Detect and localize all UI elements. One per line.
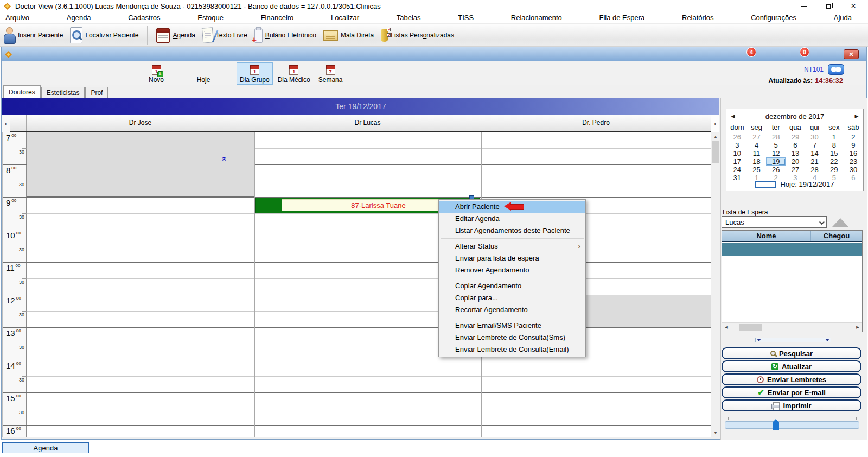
context-menu-item-enviar-para-lista-de-espera[interactable]: Enviar para lista de espera [439,252,585,264]
terminal-contacts-icon[interactable] [828,64,844,75]
calendar-day[interactable]: 20 [786,157,805,166]
context-menu-item-recortar-agendamento[interactable]: Recortar Agendamento [439,304,585,316]
calendar-day[interactable]: 16 [844,149,863,157]
menu-item-arquivo[interactable]: Arquivo [5,14,29,22]
view-button-hoje[interactable]: Hoje [189,62,218,85]
toolbar-button-medicine[interactable]: +Bulário Eletrônico [253,24,317,46]
scroll-up-icon[interactable]: ▲ [711,132,720,141]
calendar-day[interactable]: 9 [844,141,863,149]
context-menu-item-alterar-status[interactable]: Alterar Status› [439,240,585,252]
calendar-day[interactable]: 24 [727,166,747,174]
restore-button[interactable] [816,0,841,12]
calendar-day[interactable]: 10 [727,149,747,157]
tab-esteticistas[interactable]: Esteticistas [41,87,85,98]
menu-item-cadastros[interactable]: Cadastros [128,14,160,22]
calendar-day[interactable]: 5 [766,141,786,149]
menu-item-fila-de-espera[interactable]: Fila de Espera [599,14,644,22]
view-button-novo[interactable]: 1+Novo [142,62,170,85]
button-pesquisar[interactable]: Pesquisar [722,347,861,359]
toolbar-button-custom-lists[interactable]: ✓✓Listas Personalizadas [380,24,455,46]
calendar-day[interactable]: 27 [786,166,805,174]
calendar-day[interactable]: 4 [747,141,767,149]
calendar-day[interactable]: 15 [824,149,844,157]
calendar-day[interactable]: 7 [805,141,825,149]
panel-splitter[interactable] [755,338,831,342]
context-menu-item-listar-agendamentos-deste-paciente[interactable]: Listar Agendamentos deste Paciente [439,225,585,237]
toolbar-button-insert-patient[interactable]: Inserir Paciente [2,24,64,46]
calendar-day[interactable]: 12 [766,149,786,157]
column-header-nome[interactable]: Nome [722,231,811,241]
context-menu-item-remover-agendamento[interactable]: Remover Agendamento [439,264,585,276]
calendar-day[interactable]: 8 [824,141,844,149]
calendar-day[interactable]: 25 [747,166,767,174]
tab-doutores[interactable]: Doutores [3,85,41,98]
button-imprimir[interactable]: Imprimir [722,399,861,411]
calendar-day[interactable]: 26 [727,133,747,141]
column-header-chegou[interactable]: Chegou [811,231,862,241]
calendar-day[interactable]: 21 [805,157,825,166]
minimize-button[interactable] [791,0,816,12]
hscrollbar-thumb[interactable] [739,324,762,331]
toolbar-button-find-patient[interactable]: Localizar Paciente [69,24,139,46]
context-menu-item-copiar-para-[interactable]: Copiar para... [439,292,585,304]
scroll-right-icon[interactable]: ▶ [853,325,862,329]
agenda-close-button[interactable]: ✕ [844,49,859,59]
button-atualizar[interactable]: ↻Atualizar [722,360,861,372]
context-menu-item-copiar-agendamento[interactable]: Copiar Agendamento [439,280,585,292]
calendar-day[interactable]: 2 [844,133,863,141]
scrollbar-thumb[interactable] [712,141,719,163]
menu-item-financeiro[interactable]: Financeiro [261,14,294,22]
calendar-day[interactable]: 17 [727,157,747,166]
menu-item-estoque[interactable]: Estoque [197,14,224,22]
scroll-columns-left-button[interactable]: ‹ [2,115,10,132]
calendar-day[interactable]: 18 [747,157,767,166]
calendar-day[interactable]: 28 [805,166,825,174]
agenda-dock-tab[interactable]: Agenda [2,442,89,453]
calendar-day[interactable]: 26 [766,166,786,174]
calendar-day[interactable]: 29 [824,166,844,174]
calendar-day[interactable]: 14 [805,149,825,157]
calendar-day[interactable]: 23 [844,157,863,166]
column-header-dr-lucas[interactable]: Dr Lucas [254,115,481,131]
menu-item-tabelas[interactable]: Tabelas [397,14,421,22]
button-enviar-por-e-mail[interactable]: ✔Enviar por E-mail [722,386,861,398]
collapse-panel-button[interactable] [832,218,848,227]
calendar-day[interactable]: 6 [786,141,805,149]
previous-month-icon[interactable]: ◀ [726,113,739,119]
context-menu-item-enviar-email-sms-paciente[interactable]: Enviar Email/SMS Paciente [439,320,585,332]
toolbar-button-mailing[interactable]: Mala Direta [322,24,375,46]
calendar-day[interactable]: 27 [747,133,767,141]
vertical-scrollbar[interactable]: ▲ ▼ [711,132,719,437]
calendar-day[interactable]: 22 [824,157,844,166]
zoom-slider-track[interactable] [725,421,859,429]
next-month-icon[interactable]: ▶ [850,113,863,119]
menu-item-agenda[interactable]: Agenda [67,14,91,22]
calendar-day-selected[interactable]: 19 [766,157,786,166]
context-menu-item-abrir-paciente[interactable]: Abrir Paciente [439,201,585,213]
column-header-dr-jose[interactable]: Dr Jose [26,115,254,131]
calendar-day[interactable]: 29 [786,133,805,141]
column-header-dr-pedro[interactable]: Dr. Pedro [481,115,711,131]
toolbar-button-free-text[interactable]: Texto Livre [201,24,248,46]
menu-item-ajuda[interactable]: Ajuda [834,14,852,22]
toolbar-button-agenda[interactable]: Agenda [155,24,196,46]
calendar-day[interactable]: 11 [747,149,767,157]
close-button[interactable]: ✕ [841,0,866,12]
selected-empty-row[interactable] [722,243,862,256]
context-menu-item-editar-agenda[interactable]: Editar Agenda [439,213,585,225]
scroll-columns-right-button[interactable]: › [711,115,719,132]
calendar-day[interactable]: 30 [805,133,825,141]
context-menu-item-enviar-lembrete-de-consulta-sms-[interactable]: Enviar Lembrete de Consulta(Sms) [439,332,585,344]
scroll-left-icon[interactable]: ◀ [722,325,731,329]
menu-item-configura-es[interactable]: Configurações [751,14,796,22]
menu-item-tiss[interactable]: TISS [458,14,474,22]
horizontal-scrollbar[interactable]: ◀ ▶ [722,322,862,332]
scroll-down-icon[interactable]: ▼ [711,428,720,437]
calendar-day[interactable]: 3 [727,141,747,149]
button-enviar-lembretes[interactable]: Enviar Lembretes [722,373,861,385]
menu-item-relacionamento[interactable]: Relacionamento [511,14,562,22]
view-button-dia-m-dico[interactable]: 1Dia Médico [275,62,314,85]
calendar-day[interactable]: 13 [786,149,805,157]
menu-item-localizar[interactable]: Localizar [331,14,359,22]
schedule-grid[interactable]: 7003080030900301000301100301200301300301… [2,132,711,437]
